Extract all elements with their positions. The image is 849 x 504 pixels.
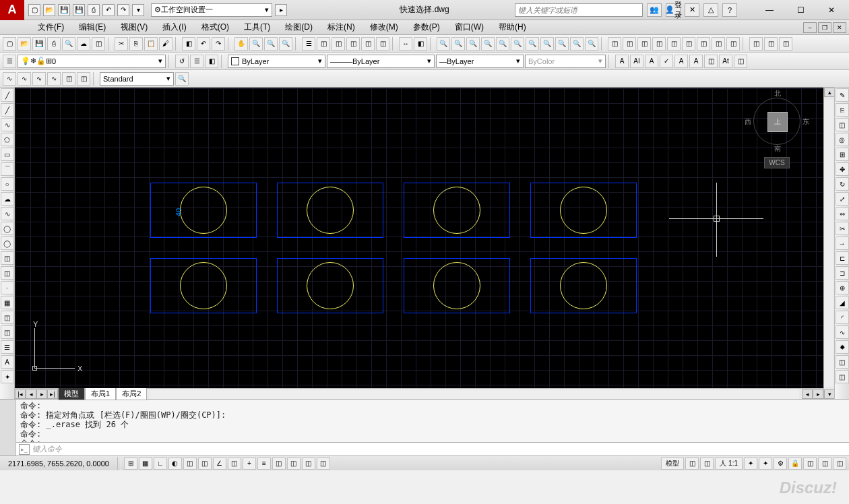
zoom-f-icon[interactable]: 🔍 (511, 37, 524, 51)
text-i-icon[interactable]: ◫ (734, 55, 747, 68)
saveas-icon[interactable]: 💾 (73, 4, 85, 16)
ortho-icon[interactable]: ∟ (154, 458, 167, 470)
publish-icon[interactable]: ☁ (77, 37, 90, 51)
ellipse-arc-icon[interactable]: ◯ (1, 237, 14, 250)
tool-palettes-icon[interactable]: ◫ (332, 37, 345, 51)
design-center-icon[interactable]: ◫ (317, 37, 330, 51)
zoom-j-icon[interactable]: 🔍 (570, 37, 584, 51)
zoom-g-icon[interactable]: 🔍 (526, 37, 539, 51)
ref-d-icon[interactable]: ◫ (652, 37, 666, 51)
spline-icon[interactable]: ∿ (1, 207, 14, 220)
qp-icon[interactable]: ◫ (287, 458, 301, 470)
open-icon[interactable]: 📂 (43, 4, 55, 16)
ellipse-icon[interactable]: ◯ (1, 222, 14, 235)
tab-next-icon[interactable]: ▸ (36, 389, 47, 399)
gradient-icon[interactable]: ◫ (1, 311, 14, 324)
block-editor-icon[interactable]: ◧ (182, 37, 195, 51)
menu-parametric[interactable]: 参数(P) (406, 20, 447, 34)
spline-d-icon[interactable]: ∿ (47, 72, 61, 86)
close-button[interactable]: ✕ (817, 1, 846, 20)
text-d-icon[interactable]: ✓ (660, 55, 673, 68)
stretch-icon[interactable]: ⇔ (836, 207, 849, 220)
osnap3d-icon[interactable]: ◫ (198, 458, 212, 470)
zoom-realtime-icon[interactable]: 🔍 (249, 37, 263, 51)
array-icon[interactable]: ⊞ (836, 148, 849, 161)
isolate-icon[interactable]: ◫ (818, 458, 831, 470)
search-input[interactable] (515, 3, 643, 17)
insert-block-icon[interactable]: ◫ (1, 251, 14, 265)
hatch-icon[interactable]: ▦ (1, 296, 14, 309)
polar-icon[interactable]: ◐ (168, 458, 182, 470)
line-icon[interactable]: ╱ (1, 88, 14, 102)
tab-layout1[interactable]: 布局1 (85, 387, 116, 400)
text-e-icon[interactable]: A (674, 55, 688, 68)
zoom-h-icon[interactable]: 🔍 (540, 37, 554, 51)
print-icon[interactable]: ⎙ (88, 4, 100, 16)
break2-icon[interactable]: ⊐ (836, 266, 849, 280)
fillet-icon[interactable]: ◜ (836, 311, 849, 324)
save-file-icon[interactable]: 💾 (32, 37, 46, 51)
polygon-icon[interactable]: ⬠ (1, 133, 14, 146)
hscroll-left-icon[interactable]: ◂ (802, 389, 813, 399)
tab-prev-icon[interactable]: ◂ (26, 389, 36, 399)
sheet-set-icon[interactable]: ◫ (346, 37, 360, 51)
quickcalc-icon[interactable]: ◫ (376, 37, 389, 51)
ref-a-icon[interactable]: ◫ (608, 37, 621, 51)
mdi-minimize-button[interactable]: – (803, 22, 817, 33)
textstyle-dlg-icon[interactable]: 🔍 (175, 72, 189, 86)
textstyle-selector[interactable]: Standard▾ (100, 72, 174, 86)
ducs-icon[interactable]: ◫ (228, 458, 241, 470)
menu-format[interactable]: 格式(O) (195, 20, 236, 34)
menu-dimension[interactable]: 标注(N) (321, 20, 362, 34)
command-handle[interactable] (0, 400, 16, 455)
text-g-icon[interactable]: ◫ (704, 55, 718, 68)
blend-icon[interactable]: ∿ (836, 325, 849, 339)
markup-icon[interactable]: ◫ (361, 37, 375, 51)
drawing-canvas[interactable]: 40 Y X 上 北 南 东 西 W (15, 88, 823, 388)
move-icon[interactable]: ✥ (836, 162, 849, 176)
maximize-button[interactable]: ☐ (786, 1, 815, 20)
menu-window[interactable]: 窗口(W) (448, 20, 491, 34)
qat-more-icon[interactable]: ▾ (132, 4, 144, 16)
exchange-icon[interactable]: ✕ (685, 3, 699, 17)
3ddwf-icon[interactable]: ◫ (92, 37, 105, 51)
ref-f-icon[interactable]: ◫ (682, 37, 695, 51)
polyline-icon[interactable]: ∿ (1, 118, 14, 131)
vscroll-track[interactable] (824, 100, 834, 387)
ref-c-icon[interactable]: ◫ (637, 37, 651, 51)
rectangle-icon[interactable]: ▭ (1, 148, 14, 161)
ref-g-icon[interactable]: ◫ (697, 37, 710, 51)
xline-icon[interactable]: ╱ (1, 103, 14, 117)
matchprop-icon[interactable]: 🖌 (159, 37, 172, 51)
quickview-drawings-icon[interactable]: ◫ (700, 458, 714, 470)
zoom-i-icon[interactable]: 🔍 (555, 37, 569, 51)
text-h-icon[interactable]: At (719, 55, 732, 68)
table-icon[interactable]: ☰ (1, 340, 14, 354)
tpy-icon[interactable]: ◫ (272, 458, 286, 470)
dist-icon[interactable]: ↔ (399, 37, 412, 51)
workspace-arrow-icon[interactable]: ▸ (275, 4, 287, 16)
ref-k-icon[interactable]: ◫ (764, 37, 778, 51)
layer-manager-icon[interactable]: ☰ (3, 55, 16, 68)
lineweight-selector[interactable]: — ByLayer▾ (436, 55, 524, 68)
text-f-icon[interactable]: A (689, 55, 703, 68)
chamfer-icon[interactable]: ◢ (836, 296, 849, 309)
dyn-icon[interactable]: + (243, 458, 256, 470)
zoom-d-icon[interactable]: 🔍 (481, 37, 495, 51)
sc-icon[interactable]: ◫ (302, 458, 315, 470)
zoom-c-icon[interactable]: 🔍 (466, 37, 480, 51)
trim-icon[interactable]: ✂ (836, 222, 849, 235)
zoom-k-icon[interactable]: 🔍 (585, 37, 598, 51)
menu-tools[interactable]: 工具(T) (237, 20, 277, 34)
mod-y-icon[interactable]: ◫ (836, 370, 849, 383)
zoom-previous-icon[interactable]: 🔍 (264, 37, 278, 51)
region-icon[interactable]: ◫ (1, 325, 14, 339)
point-icon[interactable]: · (1, 281, 14, 294)
text-c-icon[interactable]: A (645, 55, 658, 68)
new-icon[interactable]: ▢ (28, 4, 40, 16)
addselected-icon[interactable]: ✦ (1, 370, 14, 383)
tab-last-icon[interactable]: ▸| (47, 389, 58, 399)
annoscale-button[interactable]: 人 1:1 (715, 458, 743, 470)
properties-icon[interactable]: ☰ (302, 37, 315, 51)
ref-j-icon[interactable]: ◫ (749, 37, 763, 51)
